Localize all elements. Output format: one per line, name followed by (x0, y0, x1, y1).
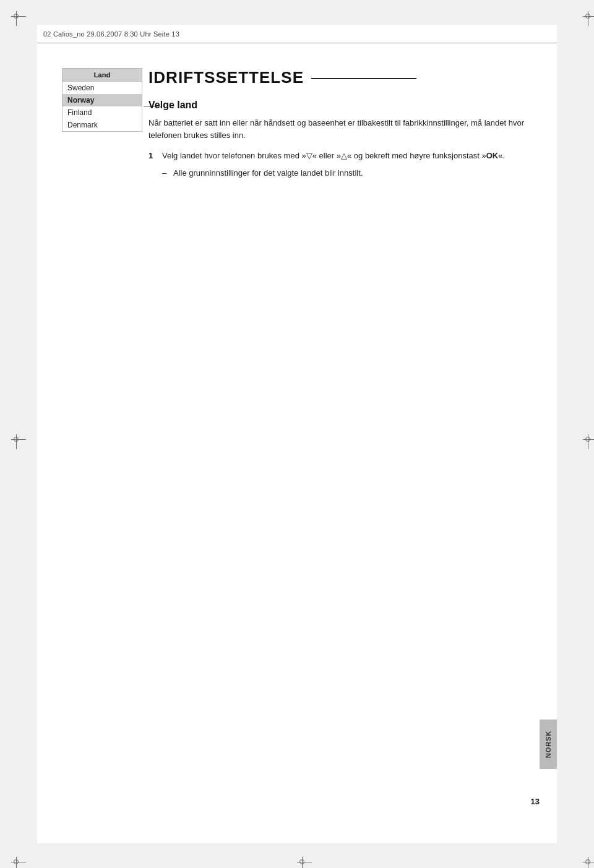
page-title: IDRIFTSSETTELSE (148, 68, 304, 87)
list-item-sweden: Sweden (62, 82, 142, 94)
ok-key: OK (486, 151, 499, 160)
sidebar-label: NORSK (544, 731, 552, 758)
right-sidebar: NORSK (540, 720, 557, 769)
left-panel: Land Sweden Norway Finland Denmark (62, 68, 142, 132)
page-container: 02 Calios_no 29.06.2007 8:30 Uhr Seite 1… (0, 0, 594, 868)
header-bar: 02 Calios_no 29.06.2007 8:30 Uhr Seite 1… (37, 25, 557, 43)
header-text: 02 Calios_no 29.06.2007 8:30 Uhr Seite 1… (43, 30, 179, 38)
list-item-denmark: Denmark (62, 119, 142, 131)
down-arrow: ▽ (306, 151, 312, 160)
title-underline (311, 78, 416, 79)
country-list-box: Land Sweden Norway Finland Denmark (62, 68, 142, 132)
step-1: 1 Velg landet hvor telefonen brukes med … (148, 150, 538, 162)
list-item-finland: Finland (62, 106, 142, 119)
list-item-norway: Norway (62, 94, 142, 106)
step-1-number: 1 (148, 150, 160, 162)
page-content: 02 Calios_no 29.06.2007 8:30 Uhr Seite 1… (37, 25, 557, 843)
intro-text: Når batteriet er satt inn eller når hånd… (148, 117, 538, 141)
page-number: 13 (531, 797, 540, 806)
sub-step-1: – Alle grunninnstillinger for det valgte… (148, 167, 538, 179)
list-header: Land (62, 69, 142, 82)
main-content: IDRIFTSSETTELSE Velge land Når batteriet… (148, 68, 538, 183)
section-heading: Velge land (148, 100, 538, 111)
sub-step-1-text: Alle grunninnstillinger for det valgte l… (173, 167, 538, 179)
step-1-text: Velg landet hvor telefonen brukes med »▽… (162, 150, 538, 162)
up-arrow: △ (341, 151, 347, 160)
steps-area: 1 Velg landet hvor telefonen brukes med … (148, 150, 538, 179)
sub-dash: – (162, 167, 171, 179)
